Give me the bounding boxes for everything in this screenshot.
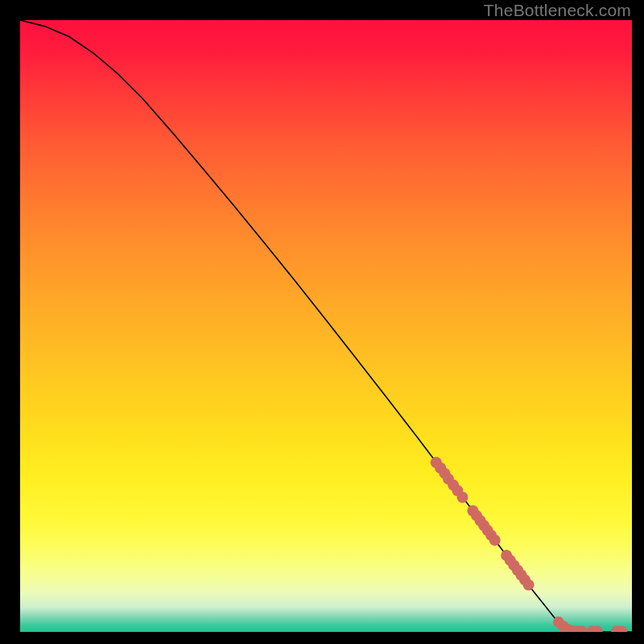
chart-plot-area (20, 20, 632, 632)
chart-curve (20, 20, 632, 632)
watermark-text: TheBottleneck.com (484, 1, 631, 20)
chart-marker (456, 492, 468, 503)
chart-marker (489, 535, 501, 546)
chart-marker (523, 579, 535, 590)
chart-markers-group (431, 456, 627, 632)
chart-overlay-svg (20, 20, 632, 632)
